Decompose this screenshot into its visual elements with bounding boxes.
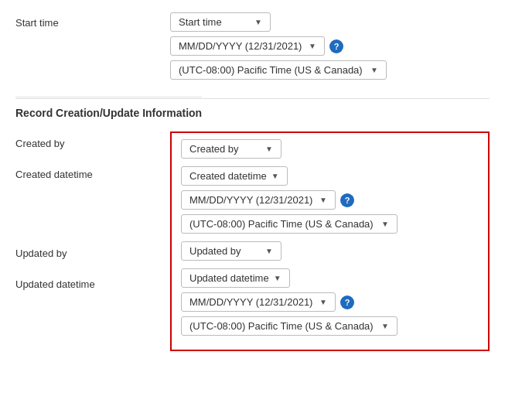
record-labels-column: Created by Created datetime Updated by U… [15, 131, 170, 351]
start-time-controls: Start time ▼ MM/DD/YYYY (12/31/2021) ▼ ?… [170, 12, 490, 80]
start-time-label: Start time [15, 12, 170, 29]
updated-datetime-help-icon[interactable]: ? [340, 295, 354, 309]
created-by-dropdown-label: Created by [189, 143, 239, 155]
created-datetime-date-value: MM/DD/YYYY (12/31/2021) [189, 194, 312, 206]
start-time-date-value: MM/DD/YYYY (12/31/2021) [179, 40, 302, 52]
start-time-tz-value: (UTC-08:00) Pacific Time (US & Canada) [179, 64, 363, 76]
start-time-dropdown[interactable]: Start time ▼ [170, 12, 271, 32]
record-section-layout: Created by Created datetime Updated by U… [15, 131, 490, 351]
created-datetime-date-arrow: ▼ [319, 196, 327, 204]
updated-datetime-dropdown[interactable]: Updated datetime ▼ [181, 268, 290, 288]
record-section-header-row: Record Creation/Update Information [15, 98, 490, 124]
start-time-date-dropdown[interactable]: MM/DD/YYYY (12/31/2021) ▼ [170, 36, 325, 56]
created-datetime-tz-arrow: ▼ [381, 220, 389, 228]
start-time-tz-dropdown[interactable]: (UTC-08:00) Pacific Time (US & Canada) ▼ [170, 60, 387, 80]
updated-datetime-dropdown-arrow: ▼ [274, 274, 282, 282]
created-datetime-date-row: MM/DD/YYYY (12/31/2021) ▼ ? [181, 190, 479, 210]
updated-datetime-tz-value: (UTC-08:00) Pacific Time (US & Canada) [189, 320, 374, 332]
start-time-date-arrow: ▼ [309, 42, 316, 50]
start-time-dropdown-arrow: ▼ [254, 18, 262, 26]
created-datetime-dropdown-arrow: ▼ [271, 172, 279, 180]
created-by-dropdown[interactable]: Created by ▼ [181, 139, 282, 159]
created-datetime-tz-dropdown[interactable]: (UTC-08:00) Pacific Time (US & Canada) ▼ [181, 214, 398, 234]
created-datetime-tz-value: (UTC-08:00) Pacific Time (US & Canada) [189, 218, 374, 230]
updated-datetime-date-arrow: ▼ [319, 298, 327, 306]
created-datetime-dropdown[interactable]: Created datetime ▼ [181, 166, 288, 186]
updated-by-control: Updated by ▼ [181, 241, 479, 261]
start-time-dropdown-label: Start time [179, 16, 222, 28]
created-datetime-dropdown-label: Created datetime [189, 170, 267, 182]
record-section: Record Creation/Update Information Creat… [15, 95, 490, 351]
record-section-header: Record Creation/Update Information [15, 97, 202, 125]
created-by-dropdown-arrow: ▼ [265, 145, 273, 153]
start-time-tz-arrow: ▼ [370, 66, 378, 74]
updated-by-dropdown[interactable]: Updated by ▼ [181, 241, 282, 261]
updated-datetime-label: Updated datetime [15, 272, 170, 350]
created-by-label: Created by [15, 131, 170, 161]
start-time-row: Start time Start time ▼ MM/DD/YYYY (12/3… [15, 8, 490, 84]
updated-by-label: Updated by [15, 241, 170, 271]
updated-datetime-date-row: MM/DD/YYYY (12/31/2021) ▼ ? [181, 292, 479, 312]
created-datetime-control: Created datetime ▼ MM/DD/YYYY (12/31/202… [181, 166, 479, 234]
start-time-section: Start time Start time ▼ MM/DD/YYYY (12/3… [15, 8, 490, 84]
start-time-help-icon[interactable]: ? [329, 39, 343, 53]
created-by-control: Created by ▼ [181, 139, 479, 159]
updated-datetime-tz-dropdown[interactable]: (UTC-08:00) Pacific Time (US & Canada) ▼ [181, 316, 398, 336]
updated-datetime-date-value: MM/DD/YYYY (12/31/2021) [189, 296, 312, 308]
updated-by-dropdown-label: Updated by [189, 245, 241, 257]
updated-datetime-date-dropdown[interactable]: MM/DD/YYYY (12/31/2021) ▼ [181, 292, 336, 312]
updated-datetime-control: Updated datetime ▼ MM/DD/YYYY (12/31/202… [181, 268, 479, 336]
record-red-border: Created by ▼ Created datetime ▼ MM/DD/YY… [170, 131, 490, 351]
created-datetime-date-dropdown[interactable]: MM/DD/YYYY (12/31/2021) ▼ [181, 190, 336, 210]
updated-datetime-tz-arrow: ▼ [381, 322, 389, 330]
start-time-date-row: MM/DD/YYYY (12/31/2021) ▼ ? [170, 36, 490, 56]
updated-by-dropdown-arrow: ▼ [265, 247, 273, 255]
created-datetime-help-icon[interactable]: ? [340, 193, 354, 207]
updated-datetime-dropdown-label: Updated datetime [189, 272, 269, 284]
created-datetime-label: Created datetime [15, 162, 170, 240]
